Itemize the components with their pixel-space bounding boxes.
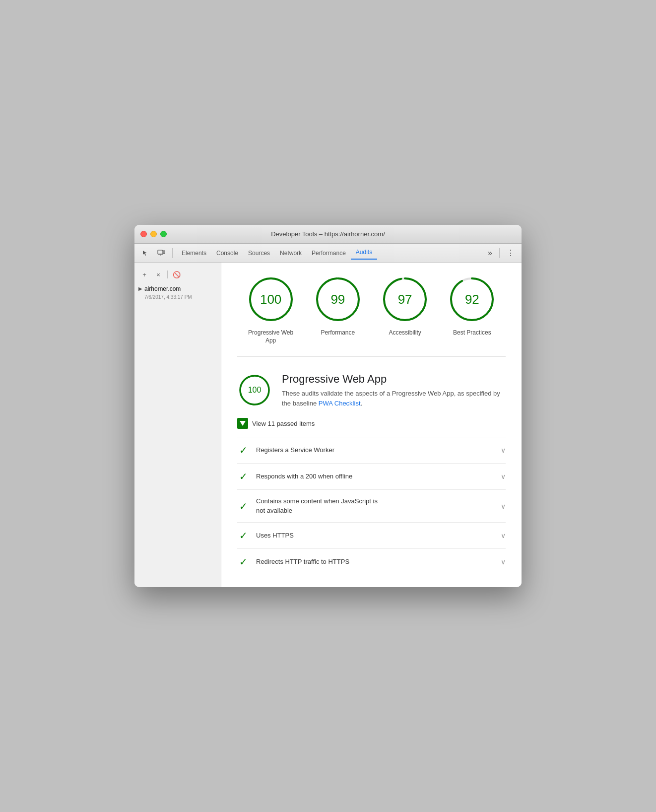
maximize-button[interactable] bbox=[160, 231, 167, 237]
section-description: These audits validate the aspects of a P… bbox=[282, 389, 506, 408]
chevron-down-icon-https: ∨ bbox=[501, 532, 506, 540]
tab-audits[interactable]: Audits bbox=[351, 247, 377, 260]
passed-items-label: View 11 passed items bbox=[252, 420, 315, 427]
score-accessibility: 97 Accessibility bbox=[380, 274, 430, 337]
tab-sources[interactable]: Sources bbox=[243, 248, 275, 259]
devtools-window: Developer Tools – https://airhorner.com/… bbox=[134, 225, 522, 587]
sidebar-item-airhorner[interactable]: ▶ airhorner.com 7/6/2017, 4:33:17 PM bbox=[134, 282, 221, 303]
cursor-icon[interactable] bbox=[138, 246, 152, 260]
chevron-down-icon-redirect: ∨ bbox=[501, 558, 506, 566]
section-header: 100 Progressive Web App These audits val… bbox=[237, 373, 506, 408]
sidebar: + × 🚫 ▶ airhorner.com 7/6/2017, 4:33:17 … bbox=[134, 263, 221, 587]
score-label-accessibility: Accessibility bbox=[389, 329, 421, 337]
check-icon-https: ✓ bbox=[237, 530, 249, 541]
sidebar-item-title: airhorner.com bbox=[144, 285, 192, 293]
audit-item-redirect[interactable]: ✓ Redirects HTTP traffic to HTTPS ∨ bbox=[237, 549, 506, 575]
svg-rect-0 bbox=[158, 250, 163, 254]
score-circle-pwa: 100 bbox=[246, 274, 296, 324]
audit-item-sw[interactable]: ✓ Registers a Service Worker ∨ bbox=[237, 437, 506, 464]
sidebar-divider bbox=[167, 271, 168, 278]
chevron-down-icon-offline: ∨ bbox=[501, 473, 506, 480]
tab-console[interactable]: Console bbox=[211, 248, 243, 259]
nav-tabs: Elements Console Sources Network Perform… bbox=[177, 247, 483, 260]
sidebar-item-text: airhorner.com 7/6/2017, 4:33:17 PM bbox=[144, 285, 192, 300]
section-info: Progressive Web App These audits validat… bbox=[282, 373, 506, 408]
audit-label-https: Uses HTTPS bbox=[256, 531, 494, 540]
content-panel: 100 Progressive WebApp 99 Performance bbox=[221, 263, 522, 587]
sidebar-item-date: 7/6/2017, 4:33:17 PM bbox=[144, 294, 192, 300]
block-icon[interactable]: 🚫 bbox=[171, 269, 183, 280]
titlebar: Developer Tools – https://airhorner.com/ bbox=[134, 225, 522, 244]
score-circle-bp: 92 bbox=[447, 274, 497, 324]
svg-rect-1 bbox=[163, 251, 165, 254]
check-icon-sw: ✓ bbox=[237, 444, 249, 456]
chevron-down-icon-js: ∨ bbox=[501, 502, 506, 510]
score-number-performance: 99 bbox=[330, 292, 345, 307]
toggle-icon bbox=[237, 418, 248, 429]
close-button[interactable] bbox=[140, 231, 147, 237]
pwa-checklist-link[interactable]: PWA Checklist bbox=[319, 400, 361, 407]
section-title: Progressive Web App bbox=[282, 373, 506, 386]
traffic-lights bbox=[140, 231, 167, 237]
score-number-bp: 92 bbox=[465, 292, 479, 307]
devtools-toolbar: Elements Console Sources Network Perform… bbox=[134, 244, 522, 263]
check-icon-offline: ✓ bbox=[237, 471, 249, 482]
chevron-down-icon-sw: ∨ bbox=[501, 446, 506, 454]
audit-label-redirect: Redirects HTTP traffic to HTTPS bbox=[256, 557, 494, 566]
score-pwa: 100 Progressive WebApp bbox=[246, 274, 296, 344]
section-score-number: 100 bbox=[248, 386, 262, 395]
audit-list: ✓ Registers a Service Worker ∨ ✓ Respond… bbox=[237, 437, 506, 575]
check-icon-js: ✓ bbox=[237, 500, 249, 512]
score-best-practices: 92 Best Practices bbox=[447, 274, 497, 337]
score-label-performance: Performance bbox=[321, 329, 355, 337]
audit-label-offline: Responds with a 200 when offline bbox=[256, 472, 494, 481]
sidebar-toolbar: + × 🚫 bbox=[134, 267, 221, 282]
score-label-bp: Best Practices bbox=[453, 329, 491, 337]
audit-item-js[interactable]: ✓ Contains some content when JavaScript … bbox=[237, 490, 506, 522]
device-icon[interactable] bbox=[154, 246, 168, 260]
passed-items-toggle[interactable]: View 11 passed items bbox=[237, 418, 506, 429]
add-audit-button[interactable]: + bbox=[138, 269, 150, 280]
tab-performance[interactable]: Performance bbox=[307, 248, 351, 259]
devtools-menu-button[interactable]: ⋮ bbox=[504, 248, 518, 258]
audit-item-offline[interactable]: ✓ Responds with a 200 when offline ∨ bbox=[237, 464, 506, 490]
main-layout: + × 🚫 ▶ airhorner.com 7/6/2017, 4:33:17 … bbox=[134, 263, 522, 587]
more-tabs-button[interactable]: » bbox=[485, 249, 495, 258]
scores-row: 100 Progressive WebApp 99 Performance bbox=[237, 274, 506, 357]
window-title: Developer Tools – https://airhorner.com/ bbox=[271, 230, 385, 238]
tab-elements[interactable]: Elements bbox=[177, 248, 211, 259]
section-score-circle: 100 bbox=[237, 373, 272, 407]
score-number-accessibility: 97 bbox=[398, 292, 412, 307]
audit-item-https[interactable]: ✓ Uses HTTPS ∨ bbox=[237, 523, 506, 549]
score-circle-performance: 99 bbox=[313, 274, 363, 324]
score-performance: 99 Performance bbox=[313, 274, 363, 337]
pwa-section: 100 Progressive Web App These audits val… bbox=[237, 369, 506, 575]
score-circle-accessibility: 97 bbox=[380, 274, 430, 324]
tab-network[interactable]: Network bbox=[275, 248, 307, 259]
toolbar-divider bbox=[172, 248, 173, 258]
check-icon-redirect: ✓ bbox=[237, 556, 249, 568]
expand-icon: ▶ bbox=[138, 286, 142, 291]
minimize-button[interactable] bbox=[150, 231, 157, 237]
audit-label-sw: Registers a Service Worker bbox=[256, 446, 494, 455]
audit-label-js: Contains some content when JavaScript is… bbox=[256, 497, 494, 515]
score-label-pwa: Progressive WebApp bbox=[248, 329, 293, 344]
toolbar-divider-2 bbox=[499, 248, 500, 258]
svg-marker-14 bbox=[240, 421, 246, 426]
score-number-pwa: 100 bbox=[260, 292, 281, 307]
clear-audit-button[interactable]: × bbox=[152, 269, 164, 280]
